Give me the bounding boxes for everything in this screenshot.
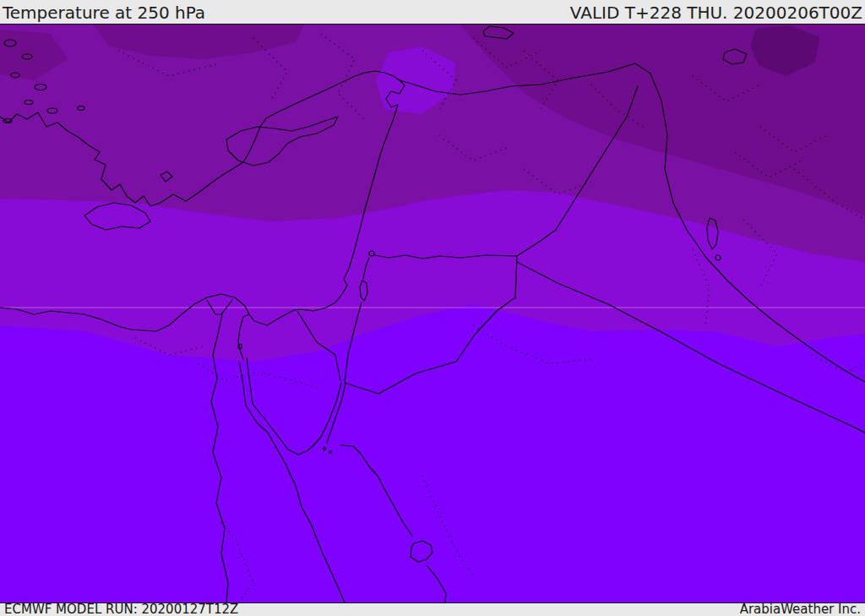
app-titlebar: Temperature at 250 hPa VALID T+228 THU. … xyxy=(0,0,865,24)
forecast-parameter-title: Temperature at 250 hPa xyxy=(3,2,205,24)
map-canvas xyxy=(0,24,865,603)
weather-map-svg xyxy=(0,25,865,602)
model-run-label: ECMWF MODEL RUN: 20200127T12Z xyxy=(4,603,238,616)
status-bar: ECMWF MODEL RUN: 20200127T12Z ArabiaWeat… xyxy=(0,603,865,616)
valid-time-label: VALID T+228 THU. 20200206T00Z xyxy=(570,2,862,24)
weather-map-window: Temperature at 250 hPa VALID T+228 THU. … xyxy=(0,0,865,616)
temperature-bands-layer xyxy=(0,25,865,602)
credit-label: ArabiaWeather Inc. xyxy=(740,603,861,616)
